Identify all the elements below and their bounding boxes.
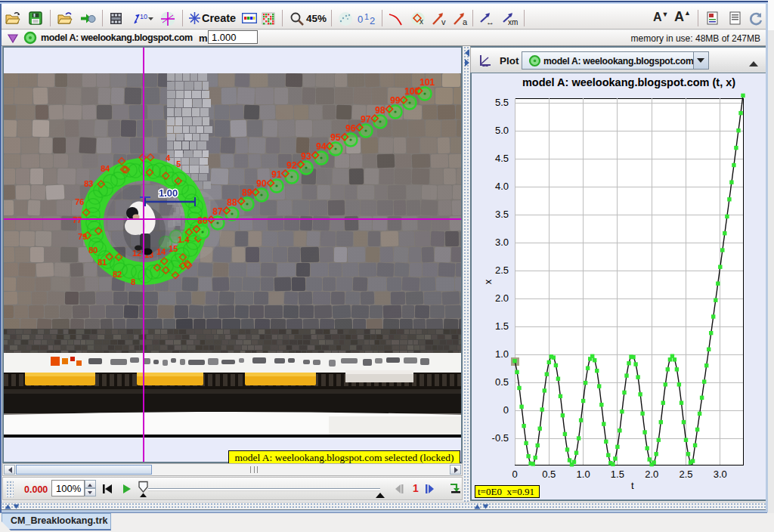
svg-text:99: 99 (390, 95, 401, 106)
svg-text:4.5: 4.5 (495, 153, 509, 164)
svg-text:0: 0 (512, 469, 517, 480)
svg-text:101: 101 (420, 77, 435, 88)
svg-text:1.0: 1.0 (495, 348, 509, 360)
svg-text:v: v (441, 17, 446, 26)
svg-text:77: 77 (73, 215, 82, 224)
svg-text:4.0: 4.0 (495, 181, 509, 192)
svg-text:8: 8 (131, 277, 135, 286)
svg-text:5: 5 (176, 159, 181, 169)
svg-text:3.0: 3.0 (495, 237, 509, 248)
svg-text:1: 1 (364, 12, 369, 21)
svg-text:2.5: 2.5 (679, 469, 692, 480)
svg-text:86: 86 (197, 215, 208, 226)
svg-text:98: 98 (375, 105, 385, 116)
svg-text:93: 93 (301, 151, 311, 162)
svg-text:-0.5: -0.5 (492, 432, 509, 444)
svg-text:2.5: 2.5 (495, 264, 509, 276)
svg-text:1.5: 1.5 (611, 469, 624, 480)
svg-text:5.0: 5.0 (495, 125, 509, 136)
svg-text:84: 84 (101, 164, 110, 173)
svg-text:0.5: 0.5 (542, 469, 556, 480)
svg-text:15: 15 (169, 244, 178, 253)
svg-text:3.0: 3.0 (714, 469, 727, 480)
svg-text:x: x (420, 17, 423, 26)
svg-text:82: 82 (113, 270, 122, 279)
svg-text:83: 83 (84, 179, 93, 188)
svg-text:79: 79 (78, 232, 87, 241)
svg-text:x: x (482, 279, 494, 284)
svg-text:1.0: 1.0 (577, 469, 590, 480)
svg-text:76: 76 (75, 197, 84, 206)
svg-text:t: t (631, 480, 634, 491)
svg-text:100: 100 (404, 86, 420, 97)
svg-text:96: 96 (345, 123, 356, 134)
svg-text:92: 92 (286, 160, 297, 171)
svg-text:2.0: 2.0 (645, 469, 658, 480)
svg-text:1.4: 1.4 (178, 235, 190, 244)
svg-text:1.5: 1.5 (495, 320, 509, 332)
svg-text:0: 0 (358, 14, 363, 25)
svg-text:90: 90 (256, 178, 267, 189)
svg-text:80: 80 (88, 246, 98, 255)
svg-text:81: 81 (98, 258, 107, 267)
svg-text:95: 95 (330, 132, 341, 143)
svg-text:a: a (463, 17, 468, 26)
svg-text:3.5: 3.5 (495, 209, 509, 220)
svg-text:97: 97 (361, 114, 371, 125)
svg-text:94: 94 (316, 141, 327, 152)
svg-text:88: 88 (227, 197, 237, 208)
svg-text:10: 10 (140, 13, 147, 20)
svg-text:model A: weelookang.blogspot.c: model A: weelookang.blogspot.com (t, x) (522, 76, 735, 88)
svg-text:1.00: 1.00 (159, 187, 178, 199)
svg-text:2.0: 2.0 (495, 292, 509, 304)
svg-text:4: 4 (166, 153, 171, 162)
svg-text:↔: ↔ (486, 17, 494, 26)
svg-text:91: 91 (271, 169, 282, 180)
svg-text:5.5: 5.5 (495, 97, 509, 108)
svg-text:89: 89 (242, 187, 252, 198)
svg-text:87: 87 (212, 206, 223, 217)
svg-text:0.5: 0.5 (495, 376, 509, 388)
svg-text:2: 2 (370, 15, 375, 26)
svg-text:0: 0 (503, 404, 509, 416)
svg-text:xm: xm (508, 18, 518, 26)
